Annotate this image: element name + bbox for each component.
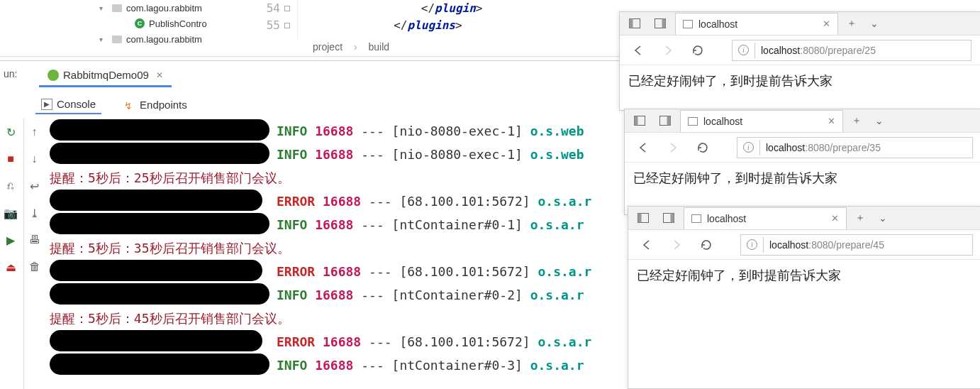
tab-overflow-button[interactable]: ⌄ <box>874 209 892 227</box>
log-line: INFO 16688 --- [ntContainer#0-3] o.s.a.r <box>277 354 584 377</box>
site-info-icon[interactable]: i <box>747 239 757 250</box>
log-dash: --- <box>353 217 391 232</box>
chevron-down-icon: ▾ <box>99 35 108 43</box>
url-port: :8080 <box>808 239 833 251</box>
nav-refresh-button[interactable] <box>688 40 708 60</box>
tree-node-package[interactable]: ▾ com.lagou.rabbitm <box>99 0 248 16</box>
log-package: o.s.a.r <box>530 264 592 279</box>
new-tab-button[interactable]: ＋ <box>847 111 866 130</box>
browser-tab[interactable]: localhost✕ <box>684 207 847 229</box>
log-package: o.s.web <box>523 147 584 162</box>
log-pid: 16688 <box>315 194 361 209</box>
sidebar-toggle-right-icon[interactable] <box>658 209 679 227</box>
close-icon[interactable]: ✕ <box>828 116 835 126</box>
svg-rect-3 <box>662 19 666 28</box>
reminder-text: 提醒：5秒后：25秒后召开销售部门会议。 <box>50 170 290 185</box>
tree-node-package[interactable]: ▾ com.lagou.rabbitm <box>99 31 248 47</box>
run-gutter-left2: ↑ ↓ ↩ ⤓ 🖶 🗑 <box>23 118 45 389</box>
run-config-tab[interactable]: RabbitmqDemo09 ✕ <box>39 65 172 87</box>
site-info-icon[interactable]: i <box>743 142 754 153</box>
log-thread: [68.100.101:5672] <box>399 334 530 349</box>
sidebar-toggle-right-icon[interactable] <box>650 14 671 33</box>
log-line: ERROR 16688 --- [68.100.101:5672] o.s.a.… <box>277 330 591 354</box>
svg-rect-1 <box>630 19 633 28</box>
redacted-block <box>50 330 262 351</box>
browser-tab-strip: localhost✕＋⌄ <box>620 12 980 35</box>
code-editor[interactable]: 54 55 </plugin> </plugins> <box>248 0 620 39</box>
nav-back-button[interactable] <box>628 40 648 60</box>
play-icon[interactable]: ▶ <box>4 233 18 247</box>
nav-forward-button[interactable] <box>658 40 678 60</box>
collapse-marker-icon[interactable] <box>284 23 290 28</box>
url-bar[interactable]: ilocalhost:8080/prepare/25 <box>732 40 971 61</box>
spring-boot-icon <box>48 70 59 81</box>
sidebar-toggle-right-icon[interactable] <box>655 111 676 130</box>
soft-wrap-icon[interactable]: ↩ <box>28 179 42 193</box>
stop-icon[interactable]: ■ <box>4 152 18 166</box>
tree-node-class[interactable]: C PublishContro <box>99 16 248 31</box>
browser-window-1: localhost✕＋⌄ilocalhost:8080/prepare/25已经… <box>619 11 980 111</box>
log-pid: 16688 <box>307 217 353 232</box>
new-tab-button[interactable]: ＋ <box>851 209 869 227</box>
page-content: 已经定好闹钟了，到时提前告诉大家 <box>620 65 980 97</box>
log-thread: [ntContainer#0-1] <box>392 217 523 232</box>
rerun-icon[interactable]: ↻ <box>4 125 18 139</box>
new-tab-button[interactable]: ＋ <box>842 14 861 33</box>
nav-forward-button[interactable] <box>663 138 683 158</box>
log-level: INFO <box>277 358 307 373</box>
tab-endpoints[interactable]: Endpoints <box>118 95 193 114</box>
arrow-up-icon[interactable]: ↑ <box>28 125 42 139</box>
attach-icon[interactable]: ⎌ <box>4 179 18 193</box>
url-bar[interactable]: ilocalhost:8080/prepare/35 <box>737 137 973 158</box>
browser-tab[interactable]: localhost✕ <box>680 110 843 132</box>
sidebar-toggle-left-icon[interactable] <box>633 209 654 227</box>
console-row: INFO 16688 --- [nio-8080-exec-1] o.s.web <box>50 119 620 143</box>
breadcrumb-item[interactable]: project <box>308 40 347 54</box>
camera-icon[interactable]: 📷 <box>4 206 18 220</box>
console-row: 提醒：5秒后：35秒后召开销售部门会议。 <box>50 236 620 260</box>
close-icon[interactable]: ✕ <box>831 213 839 224</box>
console-row: ERROR 16688 --- [68.100.101:5672] o.s.a.… <box>50 260 620 283</box>
tab-overflow-button[interactable]: ⌄ <box>870 111 889 130</box>
scroll-to-end-icon[interactable]: ⤓ <box>28 206 42 220</box>
arrow-down-icon[interactable]: ↓ <box>28 152 42 166</box>
log-line: ERROR 16688 --- [68.100.101:5672] o.s.a.… <box>277 190 591 213</box>
log-line: INFO 16688 --- [ntContainer#0-2] o.s.a.r <box>277 283 584 307</box>
browser-tab-title: localhost <box>707 213 746 224</box>
exit-icon[interactable]: ⏏ <box>4 260 18 274</box>
console-row: 提醒：5秒后：45秒后召开销售部门会议。 <box>50 307 620 330</box>
nav-refresh-button[interactable] <box>693 138 713 158</box>
svg-rect-9 <box>638 214 642 223</box>
editor-top: ▾ com.lagou.rabbitm C PublishContro ▾ co… <box>0 0 620 57</box>
log-thread: [nio-8080-exec-1] <box>392 124 523 138</box>
site-info-icon[interactable]: i <box>738 45 749 55</box>
console-row: INFO 16688 --- [ntContainer#0-3] o.s.a.r <box>50 354 620 377</box>
tab-console[interactable]: ▶ Console <box>35 95 101 114</box>
run-subtabs: ▶ Console Endpoints <box>35 95 193 114</box>
log-package: o.s.web <box>523 124 584 138</box>
url-bar[interactable]: ilocalhost:8080/prepare/45 <box>740 234 973 256</box>
nav-forward-button[interactable] <box>667 235 686 255</box>
browser-tab[interactable]: localhost✕ <box>675 13 838 35</box>
print-icon[interactable]: 🖶 <box>28 233 42 247</box>
breadcrumb-item[interactable]: build <box>364 40 394 54</box>
collapse-marker-icon[interactable] <box>284 6 290 11</box>
nav-refresh-button[interactable] <box>696 235 716 255</box>
tab-overflow-button[interactable]: ⌄ <box>865 14 884 33</box>
editor-gutter: 54 55 <box>248 0 298 39</box>
project-tree[interactable]: ▾ com.lagou.rabbitm C PublishContro ▾ co… <box>99 0 248 57</box>
log-pid: 16688 <box>315 334 361 349</box>
console-output[interactable]: INFO 16688 --- [nio-8080-exec-1] o.s.web… <box>50 119 620 389</box>
redacted-block <box>50 260 262 281</box>
code-text[interactable]: </plugin> </plugins> <box>298 0 482 39</box>
nav-back-button[interactable] <box>633 138 653 158</box>
close-icon[interactable]: ✕ <box>823 18 830 29</box>
console-row: ERROR 16688 --- [68.100.101:5672] o.s.a.… <box>50 330 620 354</box>
sidebar-toggle-left-icon[interactable] <box>629 111 650 130</box>
close-icon[interactable]: ✕ <box>156 70 163 80</box>
nav-back-button[interactable] <box>637 235 657 255</box>
page-icon <box>688 117 698 126</box>
run-tool-window: un: RabbitmqDemo09 ✕ ▶ Console Endpoints… <box>0 60 620 389</box>
sidebar-toggle-left-icon[interactable] <box>624 14 645 33</box>
trash-icon[interactable]: 🗑 <box>28 260 42 274</box>
